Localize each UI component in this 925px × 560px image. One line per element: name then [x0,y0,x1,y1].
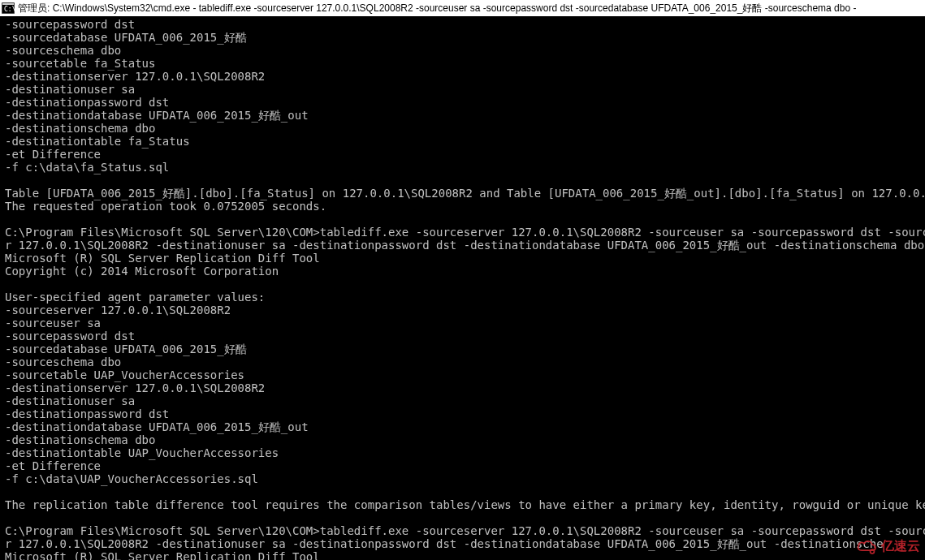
console-line: r 127.0.0.1\SQL2008R2 -destinationuser s… [5,537,920,550]
console-line: -et Difference [5,459,920,472]
console-line: C:\Program Files\Microsoft SQL Server\12… [5,226,920,239]
console-line [5,511,920,524]
watermark-text: 亿速云 [881,538,920,555]
console-line: Microsoft (R) SQL Server Replication Dif… [5,550,920,560]
console-line: -destinationuser sa [5,394,920,407]
console-line: -sourcepassword dst [5,18,920,31]
console-line: Microsoft (R) SQL Server Replication Dif… [5,252,920,265]
console-line: -destinationserver 127.0.0.1\SQL2008R2 [5,70,920,83]
console-line: User-specified agent parameter values: [5,291,920,304]
console-line: -f c:\data\UAP_VoucherAccessories.sql [5,472,920,485]
svg-point-3 [871,549,875,554]
console-line: -sourcetable UAP_VoucherAccessories [5,368,920,381]
window-titlebar[interactable]: C:\ 管理员: C:\Windows\System32\cmd.exe - t… [0,0,925,16]
console-line: -destinationpassword dst [5,96,920,109]
console-output[interactable]: -sourcepassword dst-sourcedatabase UFDAT… [0,16,925,560]
console-line: Copyright (c) 2014 Microsoft Corporation [5,265,920,278]
console-line: -destinationdatabase UFDATA_006_2015_好酷_… [5,420,920,433]
console-line: r 127.0.0.1\SQL2008R2 -destinationuser s… [5,239,920,252]
console-line: -sourcedatabase UFDATA_006_2015_好酷 [5,31,920,44]
console-line: -sourcetable fa_Status [5,57,920,70]
console-line: -destinationdatabase UFDATA_006_2015_好酷_… [5,109,920,122]
console-line: -destinationtable fa_Status [5,135,920,148]
console-line: -sourceserver 127.0.0.1\SQL2008R2 [5,304,920,317]
console-line: C:\Program Files\Microsoft SQL Server\12… [5,524,920,537]
console-line: -destinationserver 127.0.0.1\SQL2008R2 [5,381,920,394]
console-line [5,485,920,498]
console-line [5,213,920,226]
console-line: -destinationtable UAP_VoucherAccessories [5,446,920,459]
svg-rect-1 [2,3,14,5]
watermark: 亿速云 [855,538,920,555]
console-line: -destinationpassword dst [5,407,920,420]
console-line: The replication table difference tool re… [5,498,920,511]
console-line: -sourceschema dbo [5,44,920,57]
console-line: -destinationschema dbo [5,433,920,446]
console-line: -et Difference [5,148,920,161]
watermark-logo-icon [855,539,878,555]
console-line: -sourcedatabase UFDATA_006_2015_好酷 [5,342,920,355]
console-line [5,278,920,291]
cmd-icon: C:\ [2,2,15,14]
console-line: -sourceschema dbo [5,355,920,368]
console-line: -destinationuser sa [5,83,920,96]
console-line: -sourcepassword dst [5,330,920,342]
console-line: -f c:\data\fa_Status.sql [5,161,920,174]
console-line: -sourceuser sa [5,317,920,330]
console-line: -destinationschema dbo [5,122,920,135]
window-title: 管理员: C:\Windows\System32\cmd.exe - table… [18,2,923,15]
console-line [5,174,920,187]
console-line: The requested operation took 0.0752005 s… [5,200,920,213]
svg-text:C:\: C:\ [4,6,15,13]
console-line: Table [UFDATA_006_2015_好酷].[dbo].[fa_Sta… [5,187,920,200]
